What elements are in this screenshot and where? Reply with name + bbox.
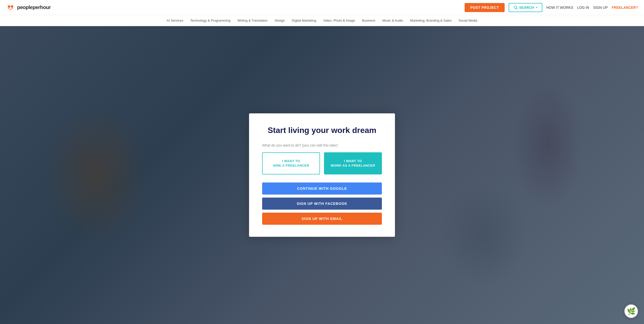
search-icon [514, 6, 518, 10]
header-actions: POST PROJECT SEARCH ▾ HOW IT WORKS LOG I… [465, 3, 638, 12]
signup-facebook-button[interactable]: SIGN UP WITH FACEBOOK [262, 198, 382, 210]
nav-business[interactable]: Business [362, 19, 375, 22]
chatbot-widget[interactable]: 🌿 [624, 304, 638, 318]
nav-design[interactable]: Design [275, 19, 285, 22]
nav-music-audio[interactable]: Music & Audio [382, 19, 403, 22]
svg-line-4 [516, 8, 517, 9]
nav-tech-programming[interactable]: Technology & Programming [190, 19, 230, 22]
nav-marketing-branding[interactable]: Marketing, Branding & Sales [410, 19, 452, 22]
signup-email-button[interactable]: SIGN UP WITH EMAIL [262, 213, 382, 225]
secondary-nav: AI Services Technology & Programming Wri… [0, 15, 644, 26]
login-link[interactable]: LOG IN [577, 6, 589, 10]
main-content: Start living your work dream What do you… [0, 26, 644, 324]
freelancer-link[interactable]: FREELANCER? [612, 6, 638, 10]
header: peopleperhour POST PROJECT SEARCH ▾ HOW … [0, 0, 644, 15]
nav-writing-translation[interactable]: Writing & Translation [237, 19, 268, 22]
signup-link[interactable]: SIGN UP [593, 6, 608, 10]
nav-video-photo[interactable]: Video, Photo & Image [323, 19, 355, 22]
logo-text: peopleperhour [17, 5, 51, 10]
svg-point-2 [11, 5, 13, 8]
post-project-button[interactable]: POST PROJECT [465, 3, 504, 12]
choice-row: I WANT TO HIRE A FREELANCER I WANT TO WO… [262, 152, 382, 174]
svg-point-0 [6, 3, 15, 12]
hire-line1: I WANT TO [282, 159, 300, 163]
work-as-freelancer-button[interactable]: I WANT TO WORK AS A FREELANCER [324, 152, 382, 174]
nav-ai-services[interactable]: AI Services [167, 19, 183, 22]
modal-subtitle: What do you want to do? (you can edit th… [262, 143, 382, 147]
how-it-works-link[interactable]: HOW IT WORKS [546, 6, 573, 10]
hire-freelancer-button[interactable]: I WANT TO HIRE A FREELANCER [262, 152, 320, 174]
signup-modal: Start living your work dream What do you… [249, 113, 395, 237]
chatbot-icon: 🌿 [627, 307, 636, 315]
nav-social-media[interactable]: Social Media [459, 19, 477, 22]
hire-line2: HIRE A FREELANCER [273, 164, 309, 167]
continue-google-button[interactable]: CONTINUE WITH GOOGLE [262, 182, 382, 195]
nav-digital-marketing[interactable]: Digital Marketing [292, 19, 316, 22]
logo-icon [6, 3, 15, 12]
chevron-down-icon: ▾ [536, 6, 537, 9]
search-button[interactable]: SEARCH ▾ [509, 3, 542, 12]
freelancer-line2: WORK AS A FREELANCER [331, 164, 375, 167]
search-label: SEARCH [519, 6, 534, 10]
svg-point-1 [8, 5, 10, 8]
freelancer-line1: I WANT TO [344, 159, 362, 163]
svg-point-3 [514, 6, 517, 9]
modal-title: Start living your work dream [262, 125, 382, 135]
logo[interactable]: peopleperhour [6, 3, 51, 12]
